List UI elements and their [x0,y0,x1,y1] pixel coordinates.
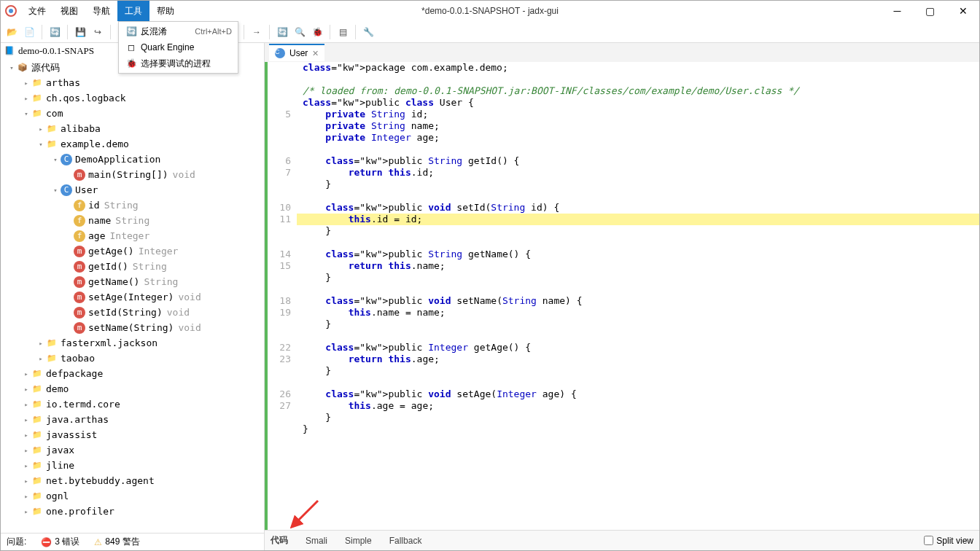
menu-help[interactable]: 帮助 [149,1,182,21]
method-icon: m [74,261,85,273]
tree-package[interactable]: ▸📁one.profiler [1,504,264,519]
menu-debug-process[interactable]: 🐞 选择要调试的进程 [120,55,236,71]
expand-arrow[interactable]: ▸ [21,416,31,423]
expand-arrow[interactable]: ▸ [21,370,31,378]
expand-arrow[interactable]: ▸ [21,95,31,102]
tree-method[interactable]: msetId(String)void [1,305,264,320]
expand-arrow[interactable]: ▾ [7,64,17,71]
split-view-checkbox[interactable] [924,536,933,545]
refresh-button[interactable]: 🔄 [47,24,63,40]
expand-arrow[interactable]: ▸ [21,447,31,454]
tree-method[interactable]: mmain(String[])void [1,167,264,182]
tree-package[interactable]: ▸📁net.bytebuddy.agent [1,473,264,488]
package-icon: 📁 [31,368,43,380]
tree-field[interactable]: fageInteger [1,228,264,243]
tree-package[interactable]: ▾📁example.demo [1,136,264,152]
tree-package[interactable]: ▸📁fasterxml.jackson [1,335,264,351]
search-button[interactable]: 🔍 [292,24,308,40]
tree-class[interactable]: ▾CDemoApplication [1,152,264,167]
settings-button[interactable]: 🔧 [360,24,376,40]
field-icon: f [74,215,85,227]
status-errors[interactable]: ⛔3 错误 [41,536,79,548]
expand-arrow[interactable]: ▾ [36,141,46,148]
status-warnings[interactable]: ⚠849 警告 [94,536,139,548]
menu-deobfuscate[interactable]: 🔄 反混淆 Ctrl+Alt+D [120,23,236,39]
tree-package[interactable]: ▸📁ognl [1,488,264,504]
tree-package[interactable]: ▸📁defpackage [1,366,264,381]
editor-area: C User ✕ 5 67 1011 1415 1819 2223 2627 c… [265,43,979,550]
tree-package[interactable]: ▸📁java.arthas [1,412,264,427]
menu-quark[interactable]: ◻ Quark Engine [120,39,236,55]
tree-package[interactable]: ▸📁ch.qos.logback [1,90,264,106]
expand-arrow[interactable]: ▸ [21,386,31,393]
tree-field[interactable]: fnameString [1,213,264,228]
expand-arrow[interactable]: ▸ [36,125,46,133]
package-icon: 📁 [31,77,43,89]
menu-view[interactable]: 视图 [53,1,85,21]
expand-arrow[interactable]: ▸ [21,493,31,500]
menu-file[interactable]: 文件 [21,1,53,21]
expand-arrow[interactable]: ▸ [36,355,46,362]
expand-arrow[interactable]: ▸ [21,477,31,485]
tree-package[interactable]: ▸📁taobao [1,351,264,366]
tree-method[interactable]: msetName(String)void [1,320,264,335]
titlebar: 文件 视图 导航 工具 帮助 *demo-0.0.1-SNAPSHOT - ja… [1,1,979,21]
tree-package[interactable]: ▸📁javassist [1,427,264,442]
tree-package[interactable]: ▸📁javax [1,442,264,458]
tree-method[interactable]: mgetId()String [1,259,264,274]
expand-arrow[interactable]: ▸ [36,340,46,347]
package-icon: 📁 [31,506,43,517]
menu-tools[interactable]: 工具 [117,1,149,21]
class-icon: C [275,48,285,58]
close-tab-icon[interactable]: ✕ [312,49,319,58]
status-problems-label: 问题: [7,536,26,548]
tree-package[interactable]: ▸📁io.termd.core [1,396,264,412]
maximize-button[interactable]: ▢ [914,1,946,21]
editor-tab-user[interactable]: C User ✕ [269,44,324,61]
expand-arrow[interactable]: ▾ [50,187,61,194]
expand-arrow[interactable]: ▸ [21,462,31,469]
tree-field[interactable]: fidString [1,198,264,213]
tree-class-user[interactable]: ▾CUser [1,182,264,198]
export-button[interactable]: ↪ [90,24,106,40]
menu-toggle-button[interactable]: ▤ [335,24,351,40]
debug-button[interactable]: 🐞 [309,24,325,40]
close-button[interactable]: ✕ [946,1,979,21]
forward-button[interactable]: → [249,24,265,40]
expand-arrow[interactable]: ▾ [21,110,31,117]
open-folder-button[interactable]: 📂 [4,24,20,40]
tree-method[interactable]: mgetName()String [1,274,264,289]
line-gutter: 5 67 1011 1415 1819 2223 2627 [268,62,297,530]
tree-method[interactable]: msetAge(Integer)void [1,289,264,305]
split-view-toggle[interactable]: Split view [924,536,973,546]
tab-smali[interactable]: Smali [306,536,327,546]
tree-method[interactable]: mgetAge()Integer [1,243,264,259]
expand-arrow[interactable]: ▾ [50,156,61,163]
minimize-button[interactable]: ─ [881,1,914,21]
menu-nav[interactable]: 导航 [85,1,117,21]
package-icon: 📁 [31,445,43,456]
menu-debug-label: 选择要调试的进程 [141,58,211,70]
expand-arrow[interactable]: ▸ [21,431,31,439]
expand-arrow[interactable]: ▸ [21,79,31,87]
save-button[interactable]: 💾 [72,24,88,40]
tab-fallback[interactable]: Fallback [389,536,422,546]
tab-simple[interactable]: Simple [345,536,372,546]
tree-package[interactable]: ▸📁alibaba [1,121,264,136]
tree-package[interactable]: ▾📁com [1,106,264,121]
code-editor[interactable]: 5 67 1011 1415 1819 2223 2627 class="kw"… [265,62,979,530]
tree-package[interactable]: ▸📁jline [1,458,264,473]
tab-code[interactable]: 代码 [271,534,288,547]
sync-icon-button[interactable]: 🔄 [274,24,290,40]
package-icon: 📁 [46,123,58,135]
project-icon: 📘 [4,45,15,57]
tree-package[interactable]: ▸📁arthas [1,75,264,90]
method-icon: m [74,322,85,334]
method-icon: m [74,246,85,257]
package-icon: 📁 [46,337,58,349]
method-icon: m [74,292,85,303]
add-file-button[interactable]: 📄 [21,24,37,40]
tree-package[interactable]: ▸📁demo [1,381,264,396]
expand-arrow[interactable]: ▸ [21,508,31,515]
expand-arrow[interactable]: ▸ [21,401,31,408]
